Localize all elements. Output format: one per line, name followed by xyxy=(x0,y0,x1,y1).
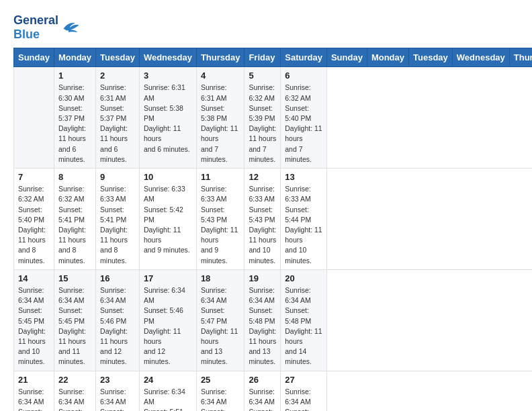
day-number: 17 xyxy=(144,273,192,283)
calendar-cell: 21Sunrise: 6:34 AMSunset: 5:49 PMDayligh… xyxy=(14,371,54,411)
day-number: 4 xyxy=(201,71,240,81)
col-header-thursday: Thursday xyxy=(509,48,532,67)
day-number: 14 xyxy=(18,273,50,283)
header-saturday: Saturday xyxy=(281,48,327,67)
day-number: 27 xyxy=(285,375,322,385)
day-number: 9 xyxy=(100,172,135,182)
day-number: 10 xyxy=(144,172,192,182)
calendar-cell: 27Sunrise: 6:34 AMSunset: 5:52 PMDayligh… xyxy=(281,371,327,411)
calendar-cell: 1Sunrise: 6:30 AMSunset: 5:37 PMDaylight… xyxy=(54,67,95,169)
calendar-cell: 13Sunrise: 6:33 AMSunset: 5:44 PMDayligh… xyxy=(281,169,327,270)
day-info: Sunrise: 6:33 AMSunset: 5:41 PMDaylight:… xyxy=(100,184,135,266)
header-sunday: Sunday xyxy=(14,48,54,67)
calendar-cell: 9Sunrise: 6:33 AMSunset: 5:41 PMDaylight… xyxy=(96,169,140,270)
day-info: Sunrise: 6:34 AMSunset: 5:46 PMDaylight:… xyxy=(144,285,192,367)
day-number: 26 xyxy=(249,375,276,385)
day-number: 23 xyxy=(100,375,135,385)
day-number: 12 xyxy=(249,172,276,182)
day-info: Sunrise: 6:30 AMSunset: 5:37 PMDaylight:… xyxy=(58,83,91,165)
logo-blue: Blue xyxy=(13,28,58,42)
day-info: Sunrise: 6:34 AMSunset: 5:50 PMDaylight:… xyxy=(100,387,135,411)
week-row-2: 7Sunrise: 6:32 AMSunset: 5:40 PMDaylight… xyxy=(14,169,533,270)
day-number: 19 xyxy=(249,273,276,283)
day-info: Sunrise: 6:33 AMSunset: 5:42 PMDaylight:… xyxy=(144,184,192,256)
week-row-1: 1Sunrise: 6:30 AMSunset: 5:37 PMDaylight… xyxy=(14,67,533,169)
day-info: Sunrise: 6:34 AMSunset: 5:49 PMDaylight:… xyxy=(58,387,91,411)
page-header: General Blue xyxy=(13,13,519,41)
day-info: Sunrise: 6:34 AMSunset: 5:51 PMDaylight:… xyxy=(201,387,240,411)
calendar-cell: 16Sunrise: 6:34 AMSunset: 5:46 PMDayligh… xyxy=(96,269,140,371)
day-info: Sunrise: 6:33 AMSunset: 5:43 PMDaylight:… xyxy=(249,184,276,266)
day-number: 25 xyxy=(201,375,240,385)
day-number: 20 xyxy=(285,273,322,283)
calendar-cell: 20Sunrise: 6:34 AMSunset: 5:48 PMDayligh… xyxy=(281,269,327,371)
day-info: Sunrise: 6:34 AMSunset: 5:49 PMDaylight:… xyxy=(18,387,50,411)
calendar-cell: 12Sunrise: 6:33 AMSunset: 5:43 PMDayligh… xyxy=(245,169,281,270)
day-info: Sunrise: 6:34 AMSunset: 5:47 PMDaylight:… xyxy=(201,285,240,367)
calendar-header-row: SundayMondayTuesdayWednesdayThursdayFrid… xyxy=(14,48,533,67)
day-info: Sunrise: 6:31 AMSunset: 5:38 PMDaylight:… xyxy=(144,83,192,154)
day-number: 22 xyxy=(58,375,91,385)
day-number: 16 xyxy=(100,273,135,283)
day-info: Sunrise: 6:34 AMSunset: 5:48 PMDaylight:… xyxy=(285,285,322,367)
day-number: 2 xyxy=(100,71,135,81)
day-info: Sunrise: 6:31 AMSunset: 5:38 PMDaylight:… xyxy=(201,83,240,165)
day-info: Sunrise: 6:34 AMSunset: 5:52 PMDaylight:… xyxy=(249,387,276,411)
col-header-tuesday: Tuesday xyxy=(409,48,453,67)
calendar-cell: 4Sunrise: 6:31 AMSunset: 5:38 PMDaylight… xyxy=(196,67,245,169)
day-info: Sunrise: 6:32 AMSunset: 5:39 PMDaylight:… xyxy=(249,83,276,165)
day-info: Sunrise: 6:34 AMSunset: 5:45 PMDaylight:… xyxy=(18,285,50,367)
day-info: Sunrise: 6:34 AMSunset: 5:45 PMDaylight:… xyxy=(58,285,91,367)
calendar-cell: 23Sunrise: 6:34 AMSunset: 5:50 PMDayligh… xyxy=(96,371,140,411)
calendar-cell: 3Sunrise: 6:31 AMSunset: 5:38 PMDaylight… xyxy=(139,67,196,169)
logo: General Blue xyxy=(13,13,80,41)
calendar-cell: 24Sunrise: 6:34 AMSunset: 5:51 PMDayligh… xyxy=(139,371,196,411)
day-info: Sunrise: 6:32 AMSunset: 5:40 PMDaylight:… xyxy=(18,184,50,266)
day-info: Sunrise: 6:31 AMSunset: 5:37 PMDaylight:… xyxy=(100,83,135,165)
day-number: 3 xyxy=(144,71,192,81)
calendar-cell: 5Sunrise: 6:32 AMSunset: 5:39 PMDaylight… xyxy=(245,67,281,169)
day-number: 11 xyxy=(201,172,240,182)
day-number: 18 xyxy=(201,273,240,283)
calendar-cell: 10Sunrise: 6:33 AMSunset: 5:42 PMDayligh… xyxy=(139,169,196,270)
day-info: Sunrise: 6:34 AMSunset: 5:51 PMDaylight:… xyxy=(144,387,192,411)
calendar-table: SundayMondayTuesdayWednesdayThursdayFrid… xyxy=(13,48,532,411)
calendar-cell: 11Sunrise: 6:33 AMSunset: 5:43 PMDayligh… xyxy=(196,169,245,270)
logo-bird-icon xyxy=(61,18,80,37)
day-number: 5 xyxy=(249,71,276,81)
header-tuesday: Tuesday xyxy=(96,48,140,67)
day-info: Sunrise: 6:32 AMSunset: 5:40 PMDaylight:… xyxy=(285,83,322,165)
day-info: Sunrise: 6:34 AMSunset: 5:46 PMDaylight:… xyxy=(100,285,135,367)
header-wednesday: Wednesday xyxy=(139,48,196,67)
calendar-cell: 17Sunrise: 6:34 AMSunset: 5:46 PMDayligh… xyxy=(139,269,196,371)
calendar-cell: 15Sunrise: 6:34 AMSunset: 5:45 PMDayligh… xyxy=(54,269,95,371)
calendar-cell: 2Sunrise: 6:31 AMSunset: 5:37 PMDaylight… xyxy=(96,67,140,169)
day-info: Sunrise: 6:34 AMSunset: 5:52 PMDaylight:… xyxy=(285,387,322,411)
day-number: 7 xyxy=(18,172,50,182)
week-row-3: 14Sunrise: 6:34 AMSunset: 5:45 PMDayligh… xyxy=(14,269,533,371)
calendar-cell: 14Sunrise: 6:34 AMSunset: 5:45 PMDayligh… xyxy=(14,269,54,371)
day-info: Sunrise: 6:33 AMSunset: 5:44 PMDaylight:… xyxy=(285,184,322,266)
col-header-monday: Monday xyxy=(367,48,408,67)
calendar-cell: 18Sunrise: 6:34 AMSunset: 5:47 PMDayligh… xyxy=(196,269,245,371)
logo-general: General xyxy=(13,13,58,28)
col-header-sunday: Sunday xyxy=(326,48,367,67)
calendar-cell: 19Sunrise: 6:34 AMSunset: 5:48 PMDayligh… xyxy=(245,269,281,371)
calendar-cell xyxy=(14,67,54,169)
header-friday: Friday xyxy=(245,48,281,67)
day-info: Sunrise: 6:32 AMSunset: 5:41 PMDaylight:… xyxy=(58,184,91,266)
day-info: Sunrise: 6:33 AMSunset: 5:43 PMDaylight:… xyxy=(201,184,240,266)
day-number: 13 xyxy=(285,172,322,182)
calendar-cell: 25Sunrise: 6:34 AMSunset: 5:51 PMDayligh… xyxy=(196,371,245,411)
day-number: 1 xyxy=(58,71,91,81)
day-number: 15 xyxy=(58,273,91,283)
week-row-4: 21Sunrise: 6:34 AMSunset: 5:49 PMDayligh… xyxy=(14,371,533,411)
calendar-cell: 26Sunrise: 6:34 AMSunset: 5:52 PMDayligh… xyxy=(245,371,281,411)
day-number: 24 xyxy=(144,375,192,385)
calendar-cell: 6Sunrise: 6:32 AMSunset: 5:40 PMDaylight… xyxy=(281,67,327,169)
day-info: Sunrise: 6:34 AMSunset: 5:48 PMDaylight:… xyxy=(249,285,276,367)
day-number: 21 xyxy=(18,375,50,385)
day-number: 6 xyxy=(285,71,322,81)
calendar-cell: 8Sunrise: 6:32 AMSunset: 5:41 PMDaylight… xyxy=(54,169,95,270)
header-monday: Monday xyxy=(54,48,95,67)
